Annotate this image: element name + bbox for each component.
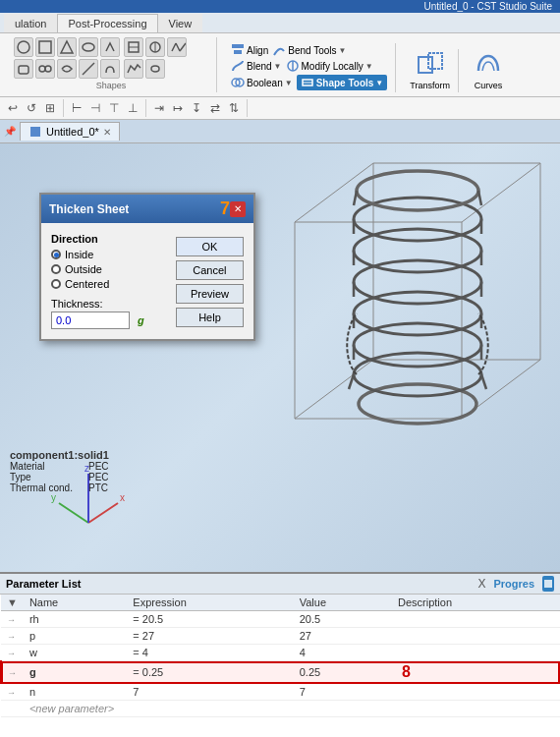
shape-tool-6[interactable] [14,59,33,79]
solid-name: component1:solid1 [10,449,147,461]
svg-text:x: x [120,492,125,503]
param-close-button[interactable]: X [477,577,485,591]
shape-tool-13[interactable] [167,37,187,57]
svg-point-6 [45,66,51,72]
cancel-button[interactable]: Cancel [176,260,244,280]
doc-tab[interactable]: Untitled_0* ✕ [20,122,120,141]
shape-tool-14[interactable] [124,59,143,79]
dialog-close-button[interactable]: ✕ [230,201,246,217]
shape-tool-5[interactable] [100,37,120,57]
toolbar-icon-1[interactable]: ↩ [4,99,22,117]
blend-dropdown[interactable]: ▼ [274,62,282,71]
toolbar-icon-3[interactable]: ⊞ [41,99,59,117]
shapes-tools-row [14,37,208,79]
filter-icon[interactable]: ▼ [7,596,18,608]
direction-label: Direction [51,233,168,245]
highlighted-row-g[interactable]: → g = 0.25 0.25 8 [1,661,560,684]
radio-centered[interactable]: Centered [51,278,168,290]
thickness-label: Thickness: [51,298,168,310]
dialog-body: Direction Inside Outside [41,223,253,339]
toolbar-icon-7[interactable]: ⊥ [124,99,141,117]
table-row[interactable]: → n 7 7 [1,684,560,701]
shape-tool-3[interactable] [57,37,77,57]
svg-marker-2 [61,41,73,53]
parameter-list-panel: Parameter List X Progres ▼ Name Expressi… [0,572,560,737]
toolbar-icon-12[interactable]: ⇅ [225,99,243,117]
align-button[interactable]: Align [231,43,268,57]
radio-outside-circle[interactable] [51,264,61,274]
svg-rect-13 [234,50,242,54]
thickness-input[interactable] [51,312,130,329]
direction-group: Direction Inside Outside [51,233,168,290]
shape-tool-8[interactable] [57,59,77,79]
doc-tab-close[interactable]: ✕ [103,127,111,138]
thickness-variable: g [138,314,144,326]
curves-button[interactable]: Curves [473,41,504,90]
param-title: Parameter List [6,578,81,590]
table-row[interactable]: → w = 4 4 [1,645,560,661]
shape-tool-4[interactable] [79,37,98,57]
svg-rect-22 [30,127,40,137]
pin-icon: 📌 [4,126,16,137]
bend-tools-button[interactable]: Bend Tools ▼ [272,43,346,57]
radio-centered-circle[interactable] [51,279,61,289]
bend-tools-dropdown[interactable]: ▼ [339,46,347,55]
toolbar-icon-2[interactable]: ↺ [23,99,40,117]
boolean-dropdown[interactable]: ▼ [285,79,293,87]
shape-tool-7[interactable] [35,59,55,79]
transform-button[interactable]: Transform [410,49,450,90]
shape-tool-12[interactable] [145,37,165,57]
tab-simulation[interactable]: ulation [4,14,57,32]
param-table: ▼ Name Expression Value Description → rh… [0,595,560,737]
modify-locally-dropdown[interactable]: ▼ [365,62,373,71]
info-panel: component1:solid1 Material PEC Type PEC … [10,449,147,493]
dialog-step-number: 7 [220,198,230,219]
toolbar-icon-11[interactable]: ⇄ [206,99,224,117]
ok-button[interactable]: OK [176,237,244,256]
col-expression: Expression [127,595,293,611]
shape-tool-9[interactable] [79,59,98,79]
modify-locally-button[interactable]: Modify Locally ▼ [286,59,373,73]
svg-text:y: y [51,492,56,503]
toolbar-icon-10[interactable]: ↧ [188,99,205,117]
sub-toolbar: ↩ ↺ ⊞ ⊢ ⊣ ⊤ ⊥ ⇥ ↦ ↧ ⇄ ⇅ [0,97,560,119]
svg-line-32 [462,163,540,222]
type-label: Type [10,472,88,482]
radio-inside[interactable]: Inside [51,249,168,260]
boolean-button[interactable]: Boolean ▼ [231,76,293,89]
thermal-value: PTC [88,482,147,493]
shape-tool-1[interactable] [14,37,33,57]
svg-rect-12 [232,44,244,48]
toolbar-icon-6[interactable]: ⊤ [105,99,123,117]
tab-view[interactable]: View [158,14,203,32]
shape-tool-15[interactable] [145,59,165,79]
toolbar-icon-9[interactable]: ↦ [169,99,187,117]
table-row[interactable]: → rh = 20.5 20.5 [1,611,560,628]
help-button[interactable]: Help [176,308,244,327]
new-parameter-row[interactable]: <new parameter> [1,701,560,717]
toolbar-icon-4[interactable]: ⊢ [68,99,85,117]
col-value: Value [294,595,392,611]
toolbar-icon-5[interactable]: ⊣ [86,99,104,117]
dialog-titlebar: Thicken Sheet 7 ✕ [41,195,253,223]
tab-post-processing[interactable]: Post-Processing [57,14,157,32]
shape-tool-2[interactable] [35,37,55,57]
param-header: Parameter List X Progres [0,574,560,595]
shape-tool-10[interactable] [100,59,120,79]
progress-icon [542,576,554,592]
tools-row: Align Bend Tools ▼ Blend ▼ [231,43,387,90]
toolbar-icon-8[interactable]: ⇥ [150,99,168,117]
preview-button[interactable]: Preview [176,284,244,304]
curves-group: Curves [465,41,512,92]
shape-tools-dropdown[interactable]: ▼ [375,79,383,87]
radio-inside-circle[interactable] [51,250,61,259]
type-value: PEC [88,472,147,482]
material-value: PEC [88,461,147,472]
radio-outside[interactable]: Outside [51,263,168,275]
shape-tools-button[interactable]: Shape Tools ▼ [297,75,388,90]
shape-tool-11[interactable] [124,37,143,57]
svg-line-7 [83,63,94,75]
svg-rect-49 [544,580,552,588]
blend-button[interactable]: Blend ▼ [231,59,282,73]
table-row[interactable]: → p = 27 27 [1,628,560,645]
